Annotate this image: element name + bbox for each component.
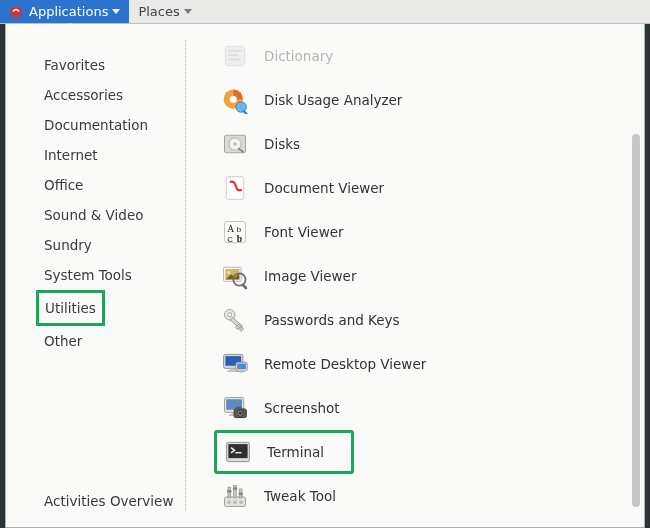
activities-overview[interactable]: Activities Overview — [44, 493, 173, 509]
svg-text:A: A — [227, 223, 234, 234]
scrollbar[interactable] — [632, 134, 640, 507]
app-label: Terminal — [267, 444, 324, 460]
app-label: Passwords and Keys — [264, 312, 400, 328]
passwords-keys-icon — [220, 305, 250, 335]
category-label: Utilities — [45, 300, 96, 316]
svg-rect-53 — [239, 493, 243, 496]
caret-down-icon — [112, 9, 120, 14]
dictionary-icon — [220, 41, 250, 71]
category-label: Other — [44, 333, 82, 349]
app-label: Remote Desktop Viewer — [264, 356, 426, 372]
svg-point-25 — [228, 313, 232, 317]
category-documentation[interactable]: Documentation — [6, 110, 186, 140]
svg-rect-51 — [227, 490, 231, 493]
app-tweak-tool[interactable]: Tweak Tool — [214, 474, 634, 518]
app-label: Image Viewer — [264, 268, 356, 284]
svg-rect-3 — [228, 54, 239, 56]
applications-menu: Favorites Accessories Documentation Inte… — [5, 24, 645, 528]
scrollbar-thumb[interactable] — [632, 134, 640, 507]
tweak-tool-icon — [220, 481, 250, 511]
app-label: Font Viewer — [264, 224, 344, 240]
font-viewer-icon: AbCb — [220, 217, 250, 247]
svg-point-54 — [227, 500, 231, 504]
screenshot-icon — [220, 393, 250, 423]
remote-desktop-icon — [220, 349, 250, 379]
apps-column: Dictionary Disk Usage Analyzer Disks Doc… — [186, 24, 644, 527]
svg-point-6 — [230, 96, 237, 103]
app-screenshot[interactable]: Screenshot — [214, 386, 634, 430]
svg-text:C: C — [227, 235, 233, 244]
category-system-tools[interactable]: System Tools — [6, 260, 186, 290]
category-label: Favorites — [44, 57, 105, 73]
menu-places[interactable]: Places — [129, 0, 200, 23]
svg-rect-52 — [233, 487, 237, 490]
document-viewer-icon — [220, 173, 250, 203]
app-dictionary[interactable]: Dictionary — [214, 34, 634, 78]
disk-usage-icon — [220, 85, 250, 115]
image-viewer-icon — [220, 261, 250, 291]
menu-places-label: Places — [138, 4, 179, 19]
category-list: Favorites Accessories Documentation Inte… — [6, 24, 186, 527]
category-sound-video[interactable]: Sound & Video — [6, 200, 186, 230]
category-label: Sound & Video — [44, 207, 143, 223]
svg-point-55 — [233, 500, 237, 504]
app-terminal[interactable]: Terminal — [214, 430, 354, 474]
category-other[interactable]: Other — [6, 326, 186, 356]
disks-icon — [220, 129, 250, 159]
category-label: Documentation — [44, 117, 148, 133]
category-favorites[interactable]: Favorites — [6, 50, 186, 80]
menu-applications[interactable]: Applications — [0, 0, 129, 23]
category-internet[interactable]: Internet — [6, 140, 186, 170]
svg-rect-35 — [239, 371, 243, 373]
menu-applications-label: Applications — [29, 4, 108, 19]
app-disks[interactable]: Disks — [214, 122, 634, 166]
fedora-icon — [9, 5, 23, 19]
svg-point-11 — [233, 142, 237, 146]
category-office[interactable]: Office — [6, 170, 186, 200]
app-passwords-keys[interactable]: Passwords and Keys — [214, 298, 634, 342]
svg-rect-34 — [237, 364, 246, 370]
app-label: Disks — [264, 136, 300, 152]
app-label: Dictionary — [264, 48, 333, 64]
top-menu-bar: Applications Places — [0, 0, 650, 24]
svg-rect-4 — [228, 59, 240, 61]
svg-point-42 — [239, 412, 242, 415]
app-label: Disk Usage Analyzer — [264, 92, 402, 108]
app-disk-usage-analyzer[interactable]: Disk Usage Analyzer — [214, 78, 634, 122]
svg-point-21 — [227, 271, 231, 275]
svg-rect-43 — [236, 407, 241, 410]
caret-down-icon — [184, 9, 192, 14]
category-label: System Tools — [44, 267, 132, 283]
category-accessories[interactable]: Accessories — [6, 80, 186, 110]
app-font-viewer[interactable]: AbCb Font Viewer — [214, 210, 634, 254]
svg-rect-46 — [235, 452, 241, 453]
terminal-icon — [223, 437, 253, 467]
svg-text:b: b — [237, 233, 242, 244]
app-label: Screenshot — [264, 400, 340, 416]
app-image-viewer[interactable]: Image Viewer — [214, 254, 634, 298]
svg-rect-45 — [228, 444, 247, 458]
svg-rect-13 — [226, 177, 244, 200]
category-label: Internet — [44, 147, 98, 163]
category-label: Office — [44, 177, 83, 193]
app-document-viewer[interactable]: Document Viewer — [214, 166, 634, 210]
app-label: Tweak Tool — [264, 488, 336, 504]
app-label: Document Viewer — [264, 180, 384, 196]
category-utilities[interactable]: Utilities — [36, 290, 105, 326]
category-label: Sundry — [44, 237, 92, 253]
svg-point-0 — [10, 6, 22, 18]
app-remote-desktop-viewer[interactable]: Remote Desktop Viewer — [214, 342, 634, 386]
category-label: Accessories — [44, 87, 123, 103]
svg-point-56 — [239, 500, 243, 504]
activities-overview-label: Activities Overview — [44, 493, 173, 509]
category-sundry[interactable]: Sundry — [6, 230, 186, 260]
svg-rect-2 — [228, 50, 242, 52]
apps-list: Dictionary Disk Usage Analyzer Disks Doc… — [186, 34, 644, 527]
